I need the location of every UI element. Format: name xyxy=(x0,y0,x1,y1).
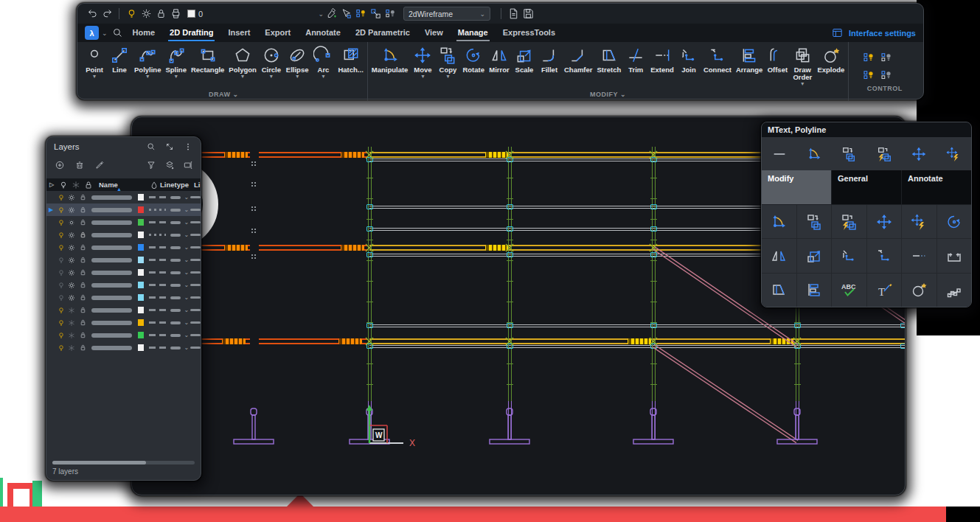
chevron-down-icon[interactable]: ⌄ xyxy=(183,257,190,263)
freeze-column-icon[interactable] xyxy=(69,179,82,190)
layer-on-icon[interactable] xyxy=(55,231,66,240)
layer-row[interactable]: ⌄ xyxy=(46,316,201,329)
layer-linetype[interactable] xyxy=(149,334,166,336)
layer-lock-icon[interactable] xyxy=(153,7,168,21)
layer-lineweight[interactable] xyxy=(170,296,181,299)
collapse-panel-icon[interactable] xyxy=(164,142,175,153)
hide-objects-button[interactable] xyxy=(368,7,383,21)
quad-quick-move[interactable] xyxy=(901,137,936,170)
layer-color-swatch[interactable] xyxy=(138,282,144,288)
layers-hscrollbar[interactable] xyxy=(52,461,195,464)
layer-row[interactable]: ⌄ xyxy=(46,216,201,229)
layer-lock-icon[interactable] xyxy=(77,319,88,327)
layer-color-swatch[interactable] xyxy=(138,294,144,301)
layer-color-swatch[interactable] xyxy=(138,332,144,338)
layer-on-icon[interactable] xyxy=(55,206,66,215)
layer-color-swatch[interactable] xyxy=(138,307,144,313)
layer-thaw-icon[interactable] xyxy=(139,7,153,21)
redo-button[interactable] xyxy=(100,7,114,21)
quad-tool-spellcheck[interactable]: ABC xyxy=(832,274,866,307)
scrollbar-thumb[interactable] xyxy=(52,461,146,464)
chevron-down-icon[interactable]: ⌄ xyxy=(183,219,190,226)
tool-stretch[interactable]: Stretch xyxy=(595,44,624,89)
layer-row[interactable]: ⌄ xyxy=(46,304,201,316)
search-icon[interactable] xyxy=(145,142,156,153)
filter-button[interactable] xyxy=(145,160,156,171)
unisolate-objects-button[interactable] xyxy=(383,7,397,21)
quad-tool-manipulate[interactable] xyxy=(762,205,796,238)
tool-move[interactable]: Move ▾ xyxy=(410,44,435,89)
quad-tool-explode[interactable] xyxy=(902,274,936,307)
layer-freeze-icon[interactable] xyxy=(66,218,77,227)
quad-tool-move[interactable] xyxy=(867,205,902,238)
layer-lock-icon[interactable] xyxy=(77,256,88,264)
layer-freeze-icon[interactable] xyxy=(66,293,77,302)
layer-on-icon[interactable] xyxy=(55,319,66,327)
tool-rectangle[interactable]: Rectangle xyxy=(189,44,226,89)
layer-on-icon[interactable] xyxy=(55,193,66,202)
chevron-down-icon[interactable]: ▾ xyxy=(446,74,449,80)
chevron-down-icon[interactable]: ⌄ xyxy=(183,344,190,351)
tool-polygon[interactable]: Polygon ▾ xyxy=(226,44,258,89)
layer-lineweight[interactable] xyxy=(170,271,181,274)
tool-arrange[interactable]: Arrange xyxy=(734,44,765,89)
tool-spline[interactable]: Spline ▾ xyxy=(163,44,189,89)
layer-states-button[interactable] xyxy=(164,160,175,171)
layer-on-icon[interactable] xyxy=(124,7,139,21)
layer-freeze-icon[interactable] xyxy=(66,281,77,290)
layer-lock-icon[interactable] xyxy=(77,231,88,239)
chevron-down-icon[interactable]: ⌄ xyxy=(183,269,190,276)
layer-linetype[interactable] xyxy=(149,234,166,236)
chevron-down-icon[interactable]: ⌄ xyxy=(183,194,190,201)
quad-tool-connect[interactable] xyxy=(867,239,902,272)
tool-rotate[interactable]: Rotate xyxy=(460,44,487,89)
layer-on-icon[interactable] xyxy=(55,293,66,302)
current-layer-dropdown[interactable]: 0 ⌄ xyxy=(198,10,324,18)
tool-offset[interactable]: Offset xyxy=(765,44,790,89)
tool-polyline[interactable]: Polyline ▾ xyxy=(132,44,163,89)
tool-extend[interactable]: Extend xyxy=(648,44,676,89)
layer-lock-icon[interactable] xyxy=(77,243,88,251)
layer-row[interactable]: ⌄ xyxy=(46,266,201,279)
layer-row[interactable]: ⌄ xyxy=(46,191,201,203)
layer-lineweight[interactable] xyxy=(170,347,181,349)
quad-quick-copy[interactable] xyxy=(832,137,866,170)
quad-tool-mirror[interactable] xyxy=(762,239,796,272)
layer-linetype[interactable] xyxy=(149,321,166,324)
layer-lock-icon[interactable] xyxy=(77,206,88,214)
quad-tool-polyedit[interactable] xyxy=(937,274,972,307)
expand-column-icon[interactable]: ▷ xyxy=(46,181,57,188)
layer-freeze-icon[interactable] xyxy=(66,331,77,340)
layer-linetype[interactable] xyxy=(149,347,166,349)
content-browser-icon[interactable] xyxy=(878,67,894,83)
chevron-down-icon[interactable]: ⌄ xyxy=(183,307,190,313)
undo-button[interactable] xyxy=(85,7,100,21)
name-column-header[interactable]: Name ▲ xyxy=(94,181,147,189)
tab-2d-drafting[interactable]: 2D Drafting xyxy=(168,24,215,41)
hide-objects-icon[interactable] xyxy=(878,49,894,66)
layer-row[interactable]: ⌄ xyxy=(46,341,201,354)
chevron-down-icon[interactable]: ▾ xyxy=(801,81,804,88)
tool-scale[interactable]: Scale xyxy=(512,44,537,89)
tab-expresstools[interactable]: ExpressTools xyxy=(501,24,557,41)
layer-lineweight[interactable] xyxy=(170,246,181,249)
layer-row[interactable]: ⌄ xyxy=(46,291,201,304)
quad-tool-arrange[interactable] xyxy=(797,274,832,307)
layer-row[interactable]: ⌄ xyxy=(46,279,201,291)
layer-color-swatch[interactable] xyxy=(138,219,144,226)
quad-quick-copy-flash[interactable] xyxy=(866,137,901,170)
quad-tool-boundary[interactable] xyxy=(937,239,972,272)
on-column-icon[interactable] xyxy=(57,179,69,190)
tool-chamfer[interactable]: Chamfer xyxy=(562,44,595,89)
layer-on-icon[interactable] xyxy=(55,344,66,352)
layer-lock-icon[interactable] xyxy=(77,268,88,276)
tool-draw-order[interactable]: Draw Order ▾ xyxy=(790,44,815,89)
tab-insert[interactable]: Insert xyxy=(226,24,251,41)
layer-freeze-icon[interactable] xyxy=(66,231,77,240)
layers-column-header[interactable]: ▷ Name ▲ Linetype Li xyxy=(46,178,201,191)
layer-lineweight[interactable] xyxy=(170,334,181,337)
tab-export[interactable]: Export xyxy=(263,24,292,41)
layer-color-swatch[interactable] xyxy=(138,269,144,276)
chevron-down-icon[interactable]: ▾ xyxy=(93,74,96,80)
layer-freeze-icon[interactable] xyxy=(66,344,77,352)
